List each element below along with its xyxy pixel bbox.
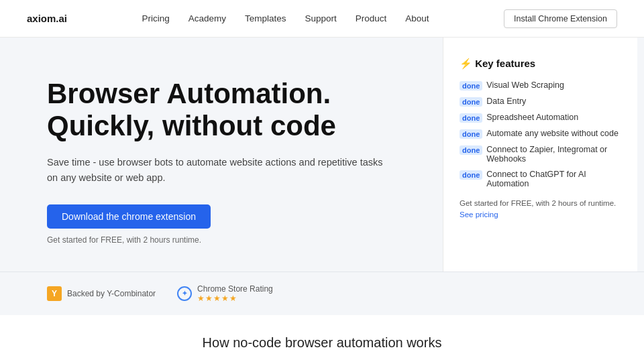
install-extension-button[interactable]: Install Chrome Extension bbox=[504, 9, 617, 28]
logo[interactable]: axiom.ai bbox=[27, 13, 67, 24]
how-it-works-title: How no-code browser automation works bbox=[0, 335, 644, 351]
feature-item-5: done Connect to ChatGPT for AI Automatio… bbox=[460, 170, 621, 188]
feature-item-2: done Spreadsheet Automation bbox=[460, 113, 621, 123]
chrome-store-badge: ✦ Chrome Store Rating ★★★★★ bbox=[177, 284, 273, 303]
chrome-store-info: Chrome Store Rating ★★★★★ bbox=[197, 284, 273, 303]
nav-support[interactable]: Support bbox=[305, 13, 337, 23]
feature-item-4: done Connect to Zapier, Integromat or We… bbox=[460, 145, 621, 164]
feature-label-3: Automate any website without code bbox=[486, 129, 619, 138]
chrome-store-label: Chrome Store Rating bbox=[197, 284, 273, 294]
feature-item-3: done Automate any website without code bbox=[460, 129, 621, 139]
star-rating: ★★★★★ bbox=[197, 294, 273, 303]
ycombinator-label: Backed by Y-Combinator bbox=[67, 289, 156, 298]
badges-row: Y Backed by Y-Combinator ✦ Chrome Store … bbox=[0, 272, 644, 315]
nav-about[interactable]: About bbox=[405, 13, 429, 23]
feature-item-1: done Data Entry bbox=[460, 97, 621, 107]
feature-tag-4: done bbox=[460, 145, 482, 155]
feature-label-4: Connect to Zapier, Integromat or Webhook… bbox=[486, 145, 621, 164]
nav-templates[interactable]: Templates bbox=[245, 13, 286, 23]
hero-title: Browser Automation. Quickly, without cod… bbox=[47, 78, 416, 143]
feature-tag-3: done bbox=[460, 129, 482, 139]
feature-tag-0: done bbox=[460, 81, 482, 90]
key-features-panel: ⚡ Key features done Visual Web Scraping … bbox=[443, 38, 637, 272]
nav-academy[interactable]: Academy bbox=[189, 13, 226, 23]
ycombinator-icon: Y bbox=[47, 286, 62, 301]
feature-label-0: Visual Web Scraping bbox=[486, 80, 564, 90]
see-pricing-link[interactable]: See pricing bbox=[460, 210, 498, 219]
hero-free-text: Get started for FREE, with 2 hours runti… bbox=[47, 235, 416, 245]
feature-tag-2: done bbox=[460, 113, 482, 123]
chrome-icon: ✦ bbox=[177, 286, 192, 301]
feature-label-1: Data Entry bbox=[486, 97, 526, 106]
features-footer: Get started for FREE, with 2 hours of ru… bbox=[460, 198, 621, 221]
features-list: done Visual Web Scraping done Data Entry… bbox=[460, 80, 621, 188]
feature-tag-5: done bbox=[460, 170, 482, 180]
how-it-works-section: How no-code browser automation works New… bbox=[0, 315, 644, 362]
feature-label-5: Connect to ChatGPT for AI Automation bbox=[486, 170, 621, 188]
features-title: ⚡ Key features bbox=[460, 58, 621, 70]
feature-item-0: done Visual Web Scraping bbox=[460, 80, 621, 90]
nav-pricing[interactable]: Pricing bbox=[142, 13, 169, 23]
hero-subtitle: Save time - use browser bots to automate… bbox=[47, 155, 396, 186]
download-extension-button[interactable]: Download the chrome extension bbox=[47, 204, 211, 229]
navbar: axiom.ai Pricing Academy Templates Suppo… bbox=[0, 0, 644, 38]
ycombinator-badge: Y Backed by Y-Combinator bbox=[47, 286, 156, 301]
feature-tag-1: done bbox=[460, 97, 482, 107]
nav-links: Pricing Academy Templates Support Produc… bbox=[142, 13, 429, 23]
feature-label-2: Spreadsheet Automation bbox=[486, 113, 578, 122]
nav-product[interactable]: Product bbox=[356, 13, 387, 23]
